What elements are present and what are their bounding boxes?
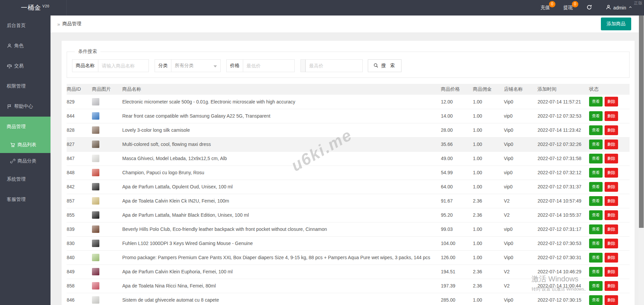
refresh-icon <box>586 4 592 11</box>
product-price: 194.51 <box>441 265 473 279</box>
shop-name: Vip0 <box>504 123 538 137</box>
products-table: 商品ID 商品图片 商品名称 商品价格 商品佣金 店铺名称 添加时间 状态 82… <box>67 84 630 305</box>
delete-button[interactable]: 删除 <box>605 196 618 206</box>
product-price: 99.03 <box>441 222 473 236</box>
sidebar-item[interactable]: 交易 <box>0 56 51 76</box>
sidebar-item[interactable]: 权限管理 <box>0 76 51 96</box>
product-name-input[interactable] <box>98 59 149 72</box>
withdraw-button[interactable]: 提现 0 <box>557 0 580 16</box>
min-price-filter: 价格 <box>226 59 295 72</box>
delete-button[interactable]: 删除 <box>605 210 618 220</box>
max-price-input[interactable] <box>305 59 363 72</box>
table-row: 829 Electronic micrometer scale 500g - 0… <box>67 95 630 109</box>
delete-button[interactable]: 删除 <box>605 281 618 291</box>
user-icon <box>606 4 611 11</box>
view-button[interactable]: 查看 <box>589 111 603 121</box>
view-button[interactable]: 查看 <box>589 281 603 291</box>
table-row: 840 Promo package: Pampers Premium Care … <box>67 250 630 265</box>
sidebar-item[interactable]: 后台首页 <box>0 16 51 36</box>
delete-button[interactable]: 删除 <box>605 111 618 121</box>
breadcrumb: » 商品管理 <box>57 21 81 27</box>
app-version: V20 <box>42 4 50 8</box>
delete-button[interactable]: 删除 <box>605 125 618 135</box>
sidebar-item[interactable]: 商品分类 <box>0 153 51 169</box>
column-header-image: 商品图片 <box>92 84 122 95</box>
chevron-down-icon <box>214 63 217 68</box>
delete-button[interactable]: 删除 <box>605 140 618 149</box>
table-row: 847 Masca Ghiveci, Model Lebada, 12x9x12… <box>67 151 630 165</box>
view-button[interactable]: 查看 <box>589 295 603 305</box>
view-button[interactable]: 查看 <box>589 239 603 248</box>
view-button[interactable]: 查看 <box>589 140 603 149</box>
delete-button[interactable]: 删除 <box>605 267 618 277</box>
recharge-button[interactable]: 充值 0 <box>534 0 557 16</box>
refresh-button[interactable] <box>580 0 599 16</box>
user-menu[interactable]: admin <box>599 0 639 16</box>
view-button[interactable]: 查看 <box>589 125 603 135</box>
delete-button[interactable]: 删除 <box>605 239 618 248</box>
app-logo: 一桶金V20 <box>21 3 50 12</box>
search-button[interactable]: 搜 索 <box>368 59 401 72</box>
double-angle-icon: » <box>57 21 60 27</box>
sidebar-item[interactable]: 商品管理 <box>0 117 51 137</box>
table-row: 855 Apa de Parfum Lattafa, Maahir Black … <box>67 208 630 222</box>
min-price-input[interactable] <box>243 59 295 72</box>
delete-button[interactable]: 删除 <box>605 224 618 234</box>
sidebar-item-icon <box>7 43 12 49</box>
shop-name: vip0 <box>504 109 538 123</box>
delete-button[interactable]: 删除 <box>605 154 618 163</box>
product-id: 827 <box>67 137 92 151</box>
sidebar: 后台首页 角色 交易 权限管理 帮助中心 <box>0 16 51 305</box>
product-name: Beverly Hills Polo Club, Eco-friendly le… <box>122 222 441 236</box>
product-name: Lovely 3-color long silk camisole <box>122 123 441 137</box>
product-id: 849 <box>67 265 92 279</box>
created-time: 2022-07-14 11:23:42 <box>538 123 589 137</box>
product-price: 285.00 <box>441 293 473 305</box>
category-select[interactable]: 所有分类 <box>171 59 221 72</box>
sidebar-item[interactable]: 系统管理 <box>0 169 51 189</box>
sidebar-item-label: 帮助中心 <box>14 103 33 110</box>
scrollbar[interactable] <box>639 16 644 305</box>
table-row: 830 Fuhlen L102 1000DPI 3 Keys Wired Gam… <box>67 236 630 250</box>
page-title: 商品管理 <box>62 21 81 27</box>
column-header-time: 添加时间 <box>538 84 589 95</box>
product-thumbnail <box>92 126 99 134</box>
add-product-button[interactable]: 添加商品 <box>601 18 631 30</box>
delete-button[interactable]: 删除 <box>605 253 618 263</box>
product-thumbnail <box>92 282 99 289</box>
max-price-addon <box>300 59 305 72</box>
delete-button[interactable]: 删除 <box>605 168 618 178</box>
search-panel: 条件搜索 商品名称 分类 所有分类 <box>67 49 630 78</box>
product-price: 91.67 <box>441 194 473 208</box>
product-thumbnail <box>92 183 99 190</box>
table-row: 827 Multi-colored soft, cool, flowing ma… <box>67 137 630 151</box>
delete-button[interactable]: 删除 <box>605 182 618 192</box>
view-button[interactable]: 查看 <box>589 97 603 106</box>
sidebar-item[interactable]: 客服管理 <box>0 189 51 210</box>
sidebar-item[interactable]: 帮助中心 <box>0 96 51 117</box>
sidebar-item[interactable]: 商品列表 <box>0 137 51 153</box>
product-commission: 2.36 <box>473 265 504 279</box>
view-button[interactable]: 查看 <box>589 182 603 192</box>
product-commission: 1.00 <box>473 293 504 305</box>
shop-name: Vip0 <box>504 250 538 265</box>
delete-button[interactable]: 删除 <box>605 295 618 305</box>
column-header-status: 状态 <box>589 84 630 95</box>
view-button[interactable]: 查看 <box>589 224 603 234</box>
view-button[interactable]: 查看 <box>589 168 603 178</box>
product-price: 35.66 <box>441 137 473 151</box>
category-select-value: 所有分类 <box>175 63 214 69</box>
view-button[interactable]: 查看 <box>589 210 603 220</box>
product-name: Promo package: Pampers Premium Care Pant… <box>122 250 441 265</box>
shop-name: V2 <box>504 194 538 208</box>
scrollbar-thumb[interactable] <box>639 16 644 228</box>
table-row: 846 Sistem de udat ghivecele automat cu … <box>67 293 630 305</box>
view-button[interactable]: 查看 <box>589 154 603 163</box>
view-button[interactable]: 查看 <box>589 267 603 277</box>
price-label: 价格 <box>226 59 243 72</box>
view-button[interactable]: 查看 <box>589 253 603 263</box>
view-button[interactable]: 查看 <box>589 196 603 206</box>
product-name: Masca Ghiveci, Model Lebada, 12x9x12,5 c… <box>122 151 441 165</box>
delete-button[interactable]: 删除 <box>605 97 618 106</box>
sidebar-item[interactable]: 角色 <box>0 36 51 56</box>
